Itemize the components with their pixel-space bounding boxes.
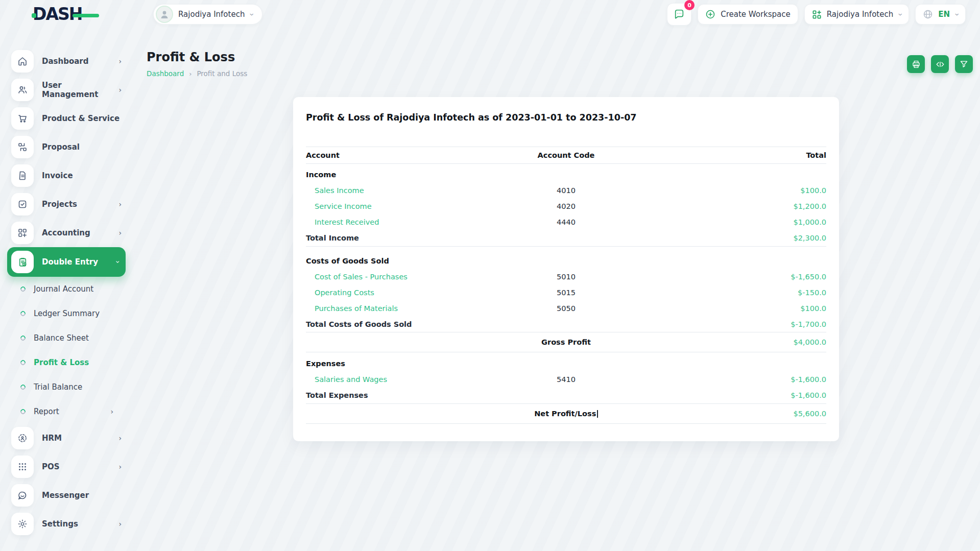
total-row-expenses: Total Expenses $-1,600.0 <box>306 388 826 404</box>
sidebar-item-projects[interactable]: Projects › <box>0 190 133 219</box>
language-code: EN <box>938 10 950 19</box>
clipboard-clock-icon <box>11 251 34 273</box>
account-link[interactable]: Cost of Sales - Purchases <box>306 269 514 284</box>
workspace-label: Rajodiya Infotech <box>827 10 893 19</box>
total-value: $2,300.0 <box>618 230 826 247</box>
page-title: Profit & Loss <box>147 50 247 64</box>
header-actions: 0 Create Workspace Rajodiya Infotech › E… <box>667 3 966 26</box>
chevron-right-icon: › <box>118 86 122 94</box>
create-workspace-button[interactable]: Create Workspace <box>698 4 798 25</box>
bullet-icon <box>19 384 27 391</box>
page-header: Profit & Loss Dashboard › Profit and Los… <box>147 50 973 78</box>
workspace-dropdown[interactable]: Rajodiya Infotech › <box>804 4 909 25</box>
proposal-swap-icon <box>11 136 34 158</box>
sidebar-navigation: Dashboard › User Management › Product & … <box>0 29 133 551</box>
breadcrumb-current: Profit and Loss <box>197 69 247 78</box>
sidebar-item-settings[interactable]: Settings › <box>0 510 133 538</box>
account-link[interactable]: Sales Income <box>306 183 514 199</box>
chevron-down-icon: › <box>114 260 122 263</box>
account-link[interactable]: Salaries and Wages <box>306 372 514 388</box>
account-row: Interest Received 4440 $1,000.0 <box>306 214 826 230</box>
chevron-right-icon: › <box>118 520 122 528</box>
account-total: $100.0 <box>618 300 826 316</box>
sidebar-item-hrm[interactable]: HRM › <box>0 424 133 452</box>
sidebar-subitem-ledger-summary[interactable]: Ledger Summary <box>0 301 133 326</box>
sidebar-item-messenger[interactable]: Messenger <box>0 481 133 510</box>
account-code: 5410 <box>514 372 618 388</box>
plus-circle-icon <box>705 9 715 19</box>
funnel-icon <box>960 60 968 68</box>
account-code: 4010 <box>514 183 618 199</box>
account-code: 4440 <box>514 214 618 230</box>
checkbox-icon <box>11 193 34 215</box>
avatar <box>156 6 173 23</box>
table-header-row: Account Account Code Total <box>306 147 826 164</box>
chevron-right-icon: › <box>118 463 122 471</box>
export-code-button[interactable] <box>931 55 949 73</box>
messages-button[interactable]: 0 <box>667 3 691 26</box>
total-row-income: Total Income $2,300.0 <box>306 230 826 247</box>
summary-value: $4,000.0 <box>618 332 826 352</box>
account-code: 4020 <box>514 199 618 214</box>
sidebar-subitem-report[interactable]: Report › <box>0 399 133 424</box>
account-link[interactable]: Operating Costs <box>306 284 514 300</box>
breadcrumb: Dashboard › Profit and Loss <box>147 69 247 78</box>
column-header-account-code: Account Code <box>514 147 618 164</box>
main-content: Profit & Loss Dashboard › Profit and Los… <box>133 29 980 551</box>
section-row-expenses: Expenses <box>306 352 826 372</box>
invoice-document-icon <box>11 164 34 187</box>
account-link[interactable]: Purchases of Materials <box>306 300 514 316</box>
chevron-right-icon: › <box>118 434 122 442</box>
sidebar-item-double-entry[interactable]: Double Entry › <box>7 247 126 277</box>
company-switcher-dropdown[interactable]: Rajodiya Infotech › <box>153 4 262 25</box>
account-total: $1,000.0 <box>618 214 826 230</box>
bullet-icon <box>19 310 27 317</box>
sidebar-item-dashboard[interactable]: Dashboard › <box>0 47 133 76</box>
chevron-right-icon: › <box>118 57 122 65</box>
sidebar-item-proposal[interactable]: Proposal <box>0 133 133 161</box>
column-header-account: Account <box>306 147 514 164</box>
filter-button[interactable] <box>955 55 973 73</box>
home-icon <box>11 50 34 73</box>
report-heading: Profit & Loss of Rajodiya Infotech as of… <box>306 112 826 123</box>
account-total: $1,200.0 <box>618 199 826 214</box>
summary-label: Gross Profit <box>514 332 618 352</box>
account-link[interactable]: Service Income <box>306 199 514 214</box>
account-total: $-1,650.0 <box>618 269 826 284</box>
sidebar-subitem-trial-balance[interactable]: Trial Balance <box>0 375 133 399</box>
total-row-cogs: Total Costs of Goods Sold $-1,700.0 <box>306 316 826 332</box>
text-caret <box>597 410 598 418</box>
sidebar-item-user-management[interactable]: User Management › <box>0 76 133 104</box>
profit-loss-table: Account Account Code Total Income Sales … <box>306 147 826 424</box>
grid-plus-icon <box>11 222 34 244</box>
grid-plus-icon <box>812 10 822 19</box>
account-row: Purchases of Materials 5050 $100.0 <box>306 300 826 316</box>
column-header-total: Total <box>618 147 826 164</box>
language-dropdown[interactable]: EN › <box>915 4 966 25</box>
account-row: Operating Costs 5015 $-150.0 <box>306 284 826 300</box>
sidebar-subitem-balance-sheet[interactable]: Balance Sheet <box>0 326 133 350</box>
globe-icon <box>923 9 933 19</box>
sidebar-subitem-profit-loss[interactable]: Profit & Loss <box>0 350 133 375</box>
sidebar-item-invoice[interactable]: Invoice <box>0 161 133 190</box>
account-link[interactable]: Interest Received <box>306 214 514 230</box>
cart-icon <box>11 107 34 130</box>
print-button[interactable] <box>907 55 925 73</box>
sidebar-item-pos[interactable]: POS › <box>0 452 133 481</box>
breadcrumb-dashboard-link[interactable]: Dashboard <box>147 69 184 78</box>
chevron-right-icon: › <box>118 229 122 237</box>
chevron-down-icon: › <box>896 13 904 16</box>
account-row: Cost of Sales - Purchases 5010 $-1,650.0 <box>306 269 826 284</box>
create-workspace-label: Create Workspace <box>721 10 791 19</box>
toolbar-actions <box>907 55 973 73</box>
account-row: Salaries and Wages 5410 $-1,600.0 <box>306 372 826 388</box>
sidebar-item-accounting[interactable]: Accounting › <box>0 219 133 247</box>
profit-loss-report-card: Profit & Loss of Rajodiya Infotech as of… <box>293 97 839 441</box>
sidebar-item-product-service[interactable]: Product & Service <box>0 104 133 133</box>
account-code: 5010 <box>514 269 618 284</box>
summary-label: Net Profit/Loss <box>534 410 596 418</box>
company-switcher-label: Rajodiya Infotech <box>178 10 245 19</box>
dots-grid-icon <box>11 456 34 478</box>
sidebar-subitem-journal-account[interactable]: Journal Account <box>0 277 133 301</box>
summary-row-gross-profit: Gross Profit $4,000.0 <box>306 332 826 352</box>
